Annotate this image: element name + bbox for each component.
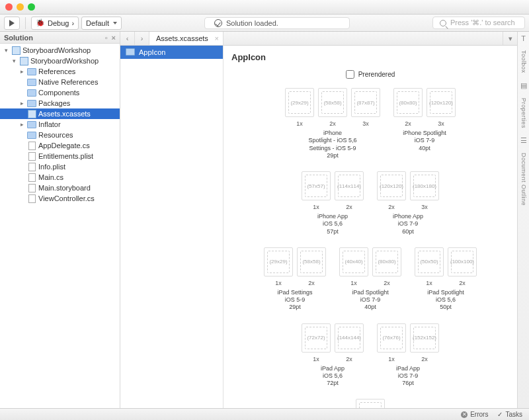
asset-list[interactable]: AppIcon [120, 46, 224, 408]
close-tab-icon[interactable]: × [214, 34, 218, 42]
icon-slot[interactable]: (100x100)2x [448, 247, 477, 286]
configuration-selector[interactable]: 🐞 Debug › [31, 17, 79, 30]
zoom-window-icon[interactable] [28, 3, 35, 11]
image-well-placeholder: (29x29) [267, 251, 290, 273]
icon-slot[interactable]: (58x58)2x [318, 88, 347, 127]
icon-slots: (29x29)1x(58x58)2x [264, 247, 326, 286]
disclosure-triangle-icon[interactable]: ▸ [19, 100, 25, 106]
image-well[interactable]: (144x144) [335, 323, 364, 353]
tree-item[interactable]: ▸Packages [0, 98, 120, 108]
image-well[interactable]: (57x57) [302, 171, 331, 200]
icon-slot[interactable]: (29x29)1x [264, 247, 293, 286]
tree-item[interactable]: Main.cs [0, 172, 120, 183]
tree-item[interactable]: Native References [0, 77, 120, 87]
icon-slot[interactable] [356, 399, 385, 408]
solution-tree[interactable]: ▾StoryboardWorkshop▾StoryboardWorkshop▸R… [0, 44, 120, 408]
image-well[interactable]: (29x29) [264, 247, 293, 276]
minimize-window-icon[interactable] [17, 3, 24, 11]
icon-slots: (29x29)1x(58x58)2x(87x87)3x [285, 88, 380, 127]
image-well-placeholder: (50x50) [418, 251, 440, 273]
image-well[interactable]: (152x152) [410, 323, 439, 353]
check-circle-icon [214, 19, 222, 27]
icon-slot[interactable]: (40x40)1x [339, 247, 368, 286]
image-well[interactable]: (76x76) [377, 323, 406, 353]
disclosure-triangle-icon[interactable]: ▸ [19, 121, 25, 128]
icon-slot[interactable]: (57x57)1x [302, 171, 331, 210]
icon-slot[interactable]: (29x29)1x [285, 88, 314, 127]
editor-tab[interactable]: Assets.xcassets × [149, 32, 224, 45]
tree-item[interactable]: Info.plist [0, 161, 120, 172]
toolbox-tab[interactable]: Toolbox [520, 50, 527, 73]
icon-slot[interactable]: (120x120)3x [427, 88, 456, 127]
nav-back-button[interactable]: ‹ [120, 32, 135, 45]
icon-slot[interactable]: (180x180)3x [410, 171, 439, 210]
icon-slot[interactable]: (80x80)2x [393, 88, 423, 127]
document-outline-tab[interactable]: Document Outline [520, 153, 527, 206]
folder-icon [27, 99, 36, 107]
run-button[interactable] [4, 17, 20, 30]
target-selector[interactable]: Default [81, 17, 122, 30]
tree-item[interactable]: AppDelegate.cs [0, 140, 120, 151]
prerendered-checkbox[interactable] [346, 70, 354, 79]
tree-item[interactable]: ▸Inflator [0, 119, 120, 130]
icon-slot[interactable]: (87x87)3x [351, 88, 380, 127]
scale-label: 1x [313, 204, 319, 210]
icon-slot[interactable]: (58x58)2x [297, 247, 326, 286]
tree-item[interactable]: Entitlements.plist [0, 151, 120, 161]
image-well[interactable] [356, 399, 385, 408]
tree-item[interactable]: ▾StoryboardWorkshop [0, 45, 120, 56]
close-window-icon[interactable] [5, 3, 13, 11]
asset-list-item[interactable]: AppIcon [120, 46, 223, 59]
scale-label: 1x [388, 356, 395, 362]
errors-label: Errors [470, 411, 488, 418]
image-well[interactable]: (80x80) [372, 247, 401, 276]
tree-item[interactable]: ▸References [0, 66, 120, 77]
tree-item[interactable]: ▾StoryboardWorkshop [0, 56, 120, 66]
image-well[interactable]: (120x120) [377, 171, 406, 200]
icon-slot[interactable]: (72x72)1x [302, 323, 331, 362]
tree-item[interactable]: Main.storyboard [0, 183, 120, 193]
image-well-placeholder: (180x180) [413, 175, 436, 197]
image-well[interactable]: (58x58) [297, 247, 326, 276]
image-well[interactable]: (40x40) [339, 247, 368, 276]
icon-slot[interactable]: (120x120)2x [377, 171, 406, 210]
icon-slot[interactable]: (152x152)2x [410, 323, 439, 362]
image-well[interactable]: (114x114) [335, 171, 364, 200]
panel-close-icon[interactable]: × [112, 34, 116, 42]
panel-pin-icon[interactable]: ▫ [105, 34, 108, 42]
tasks-button[interactable]: Tasks [497, 411, 522, 418]
errors-button[interactable]: ✕ Errors [461, 411, 488, 418]
image-well[interactable]: (58x58) [318, 88, 347, 117]
tree-item[interactable]: Components [0, 87, 120, 98]
solution-panel-header: Solution ▫ × [0, 32, 120, 44]
global-search[interactable]: Press '⌘.' to search [432, 17, 525, 29]
disclosure-triangle-icon[interactable]: ▾ [11, 58, 17, 64]
icon-slot[interactable]: (144x144)2x [335, 323, 364, 362]
image-well[interactable]: (50x50) [415, 247, 444, 276]
properties-tab[interactable]: Properties [520, 98, 527, 128]
disclosure-triangle-icon[interactable]: ▸ [19, 68, 25, 75]
image-well[interactable]: (120x120) [427, 88, 456, 117]
image-well-placeholder: (29x29) [288, 91, 311, 114]
outline-icon[interactable]: ☰ [520, 136, 527, 145]
icon-slot[interactable]: (80x80)2x [372, 247, 401, 286]
image-well[interactable]: (87x87) [351, 88, 380, 117]
image-well[interactable]: (29x29) [285, 88, 314, 117]
icon-slot[interactable]: (76x76)1x [377, 323, 406, 362]
tree-item[interactable]: Resources [0, 130, 120, 140]
tab-overflow-button[interactable]: ▾ [503, 32, 517, 45]
asset-title: AppIcon [231, 52, 509, 62]
icon-slot[interactable]: (114x114)2x [335, 171, 364, 210]
image-well[interactable]: (100x100) [448, 247, 477, 276]
toolbox-icon[interactable]: T [521, 34, 526, 42]
tree-item[interactable]: ViewController.cs [0, 193, 120, 204]
image-well[interactable]: (80x80) [393, 88, 423, 117]
image-well[interactable]: (180x180) [410, 171, 439, 200]
file-icon [27, 184, 36, 192]
disclosure-triangle-icon[interactable]: ▾ [3, 47, 9, 54]
icon-slot[interactable]: (50x50)1x [415, 247, 444, 286]
tree-item[interactable]: Assets.xcassets [0, 108, 120, 119]
properties-icon[interactable]: ▤ [520, 81, 527, 90]
image-well[interactable]: (72x72) [302, 323, 331, 353]
nav-forward-button[interactable]: › [135, 32, 149, 45]
